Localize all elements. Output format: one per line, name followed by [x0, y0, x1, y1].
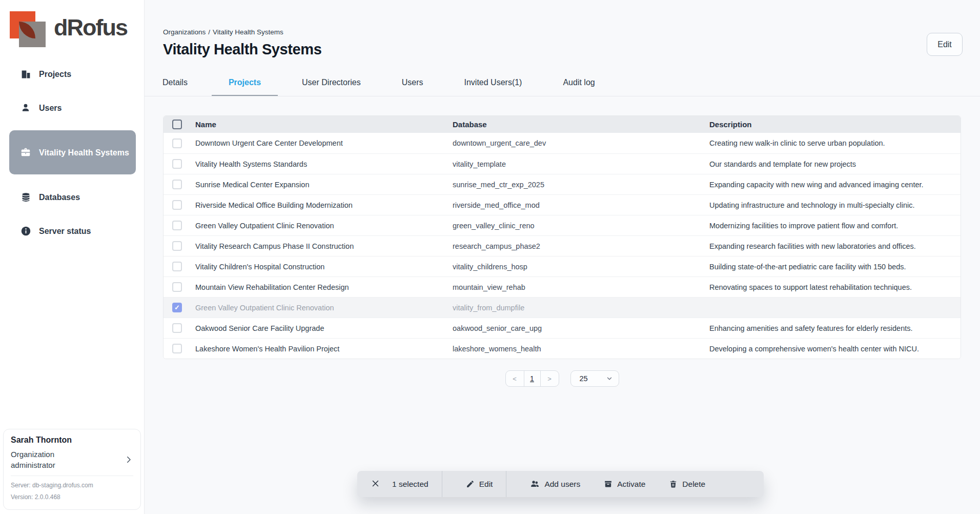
sidebar-item-label: Server status	[39, 226, 91, 236]
add-users-icon	[530, 479, 540, 489]
page-title: Vitality Health Systems	[163, 41, 321, 58]
row-checkbox[interactable]	[172, 159, 182, 169]
sidebar-item-vitality-health-systems[interactable]: Vitality Health Systems	[9, 130, 136, 174]
activate-button[interactable]: Activate	[604, 480, 645, 489]
cell-description: Building state-of-the-art pediatric care…	[709, 263, 961, 271]
cell-description: Expanding capacity with new wing and adv…	[709, 181, 961, 189]
info-icon	[19, 225, 32, 237]
cell-database: sunrise_med_ctr_exp_2025	[453, 181, 709, 189]
divider	[11, 476, 133, 476]
table-row[interactable]: Vitality Children's Hospital Constructio…	[164, 256, 961, 276]
app-window: dRofus ProjectsUsersVitality Health Syst…	[0, 0, 980, 514]
action-label: Add users	[544, 480, 580, 489]
row-checkbox[interactable]	[172, 221, 182, 230]
tab-user-directories[interactable]: User Directories	[302, 70, 361, 96]
table-row[interactable]: Lakeshore Women's Health Pavilion Projec…	[164, 338, 961, 359]
cell-name: Vitality Children's Hospital Constructio…	[195, 263, 453, 271]
cell-name: Sunrise Medical Center Expansion	[195, 181, 453, 189]
table-row[interactable]: Downtown Urgent Care Center Developmentd…	[164, 133, 961, 153]
table-row[interactable]: Green Valley Outpatient Clinic Renovatio…	[164, 215, 961, 235]
table-row[interactable]: Vitality Health Systems Standardsvitalit…	[164, 153, 961, 174]
column-header-description[interactable]: Description	[709, 120, 961, 129]
cell-name: Mountain View Rehabilitation Center Rede…	[195, 283, 453, 291]
cell-description: Modernizing facilities to improve patien…	[709, 222, 961, 230]
archive-icon	[604, 480, 612, 488]
row-checkbox[interactable]	[172, 139, 182, 148]
tab-audit-log[interactable]: Audit log	[563, 70, 595, 96]
user-name: Sarah Thornton	[11, 436, 133, 445]
delete-button[interactable]: Delete	[669, 480, 705, 489]
row-checkbox[interactable]	[172, 241, 182, 251]
breadcrumb-organizations[interactable]: Organizations	[163, 28, 206, 36]
tab-users[interactable]: Users	[402, 70, 423, 96]
pencil-icon	[466, 480, 475, 488]
edit-organization-button[interactable]: Edit	[927, 33, 963, 56]
cell-database: green_valley_clinic_reno	[453, 222, 709, 230]
table-row[interactable]: Sunrise Medical Center Expansionsunrise_…	[164, 174, 961, 194]
tab-invited-users-1[interactable]: Invited Users(1)	[464, 70, 522, 96]
cell-name: Downtown Urgent Care Center Development	[195, 139, 453, 147]
cell-name: Vitality Health Systems Standards	[195, 160, 453, 168]
sidebar-item-databases[interactable]: Databases	[9, 186, 136, 208]
cell-name: Lakeshore Women's Health Pavilion Projec…	[195, 345, 453, 353]
row-checkbox[interactable]	[172, 303, 182, 312]
current-page-button[interactable]: 1	[524, 371, 541, 386]
page-size-select[interactable]: 25	[570, 370, 619, 387]
cell-database: oakwood_senior_care_upg	[453, 324, 709, 332]
sidebar-item-label: Databases	[39, 192, 80, 203]
cell-database: research_campus_phase2	[453, 242, 709, 250]
cell-database: mountain_view_rehab	[453, 283, 709, 291]
trash-icon	[669, 480, 678, 488]
cell-description: Our standards and template for new proje…	[709, 160, 961, 168]
chevron-down-icon	[606, 375, 613, 382]
sidebar-item-projects[interactable]: Projects	[9, 63, 136, 85]
cell-database: riverside_med_office_mod	[453, 201, 709, 209]
cell-description: Renovating spaces to support latest reha…	[709, 283, 961, 291]
divider	[506, 471, 506, 497]
row-checkbox[interactable]	[172, 180, 182, 189]
cell-description: Expanding research facilities with new l…	[709, 242, 961, 250]
column-header-database[interactable]: Database	[453, 120, 709, 129]
row-checkbox[interactable]	[172, 200, 182, 210]
table-row[interactable]: Vitality Research Campus Phase II Constr…	[164, 235, 961, 256]
version-info: Version: 2.0.0.468	[11, 493, 133, 501]
add-users-button[interactable]: Add users	[530, 479, 580, 489]
cell-name: Green Valley Outpatient Clinic Renovatio…	[195, 304, 453, 312]
sidebar-item-server-status[interactable]: Server status	[9, 220, 136, 242]
server-info: Server: db-staging.drofus.com	[11, 482, 133, 489]
table-row[interactable]: Mountain View Rehabilitation Center Rede…	[164, 276, 961, 297]
cell-database: vitality_childrens_hosp	[453, 263, 709, 271]
prev-page-button[interactable]: <	[506, 371, 524, 386]
main-content: Organizations/Vitality Health Systems Vi…	[145, 0, 980, 514]
close-icon	[371, 479, 380, 489]
action-label: Activate	[617, 480, 645, 489]
drofus-logo-icon	[10, 11, 46, 47]
database-icon	[19, 191, 32, 203]
row-checkbox[interactable]	[172, 262, 182, 271]
cell-name: Oakwood Senior Care Facility Upgrade	[195, 324, 453, 332]
tab-details[interactable]: Details	[162, 70, 188, 96]
table-row[interactable]: Oakwood Senior Care Facility Upgradeoakw…	[164, 318, 961, 338]
sidebar-item-label: Vitality Health Systems	[39, 147, 129, 158]
projects-table: Name Database Description Downtown Urgen…	[163, 115, 961, 359]
clear-selection-button[interactable]	[371, 479, 380, 489]
table-row[interactable]: Riverside Medical Office Building Modern…	[164, 194, 961, 215]
next-page-button[interactable]: >	[541, 371, 559, 386]
table-body: Downtown Urgent Care Center Developmentd…	[164, 133, 961, 359]
cell-database: vitality_template	[453, 160, 709, 168]
column-header-name[interactable]: Name	[195, 120, 453, 129]
select-all-checkbox[interactable]	[172, 120, 182, 129]
sidebar-item-users[interactable]: Users	[9, 96, 136, 119]
divider	[442, 471, 442, 497]
row-checkbox[interactable]	[172, 323, 182, 333]
user-card[interactable]: Sarah Thornton Organization administrato…	[3, 429, 141, 510]
action-label: Delete	[682, 480, 705, 489]
selection-action-bar: 1 selected EditAdd usersActivateDelete	[357, 471, 764, 497]
table-row[interactable]: Green Valley Outpatient Clinic Renovatio…	[164, 297, 961, 318]
tab-projects[interactable]: Projects	[229, 70, 261, 96]
row-checkbox[interactable]	[172, 344, 182, 353]
sidebar-item-label: Users	[39, 103, 62, 113]
edit-button[interactable]: Edit	[466, 480, 493, 489]
row-checkbox[interactable]	[172, 282, 182, 292]
tab-bar: DetailsProjectsUser DirectoriesUsersInvi…	[145, 70, 980, 96]
